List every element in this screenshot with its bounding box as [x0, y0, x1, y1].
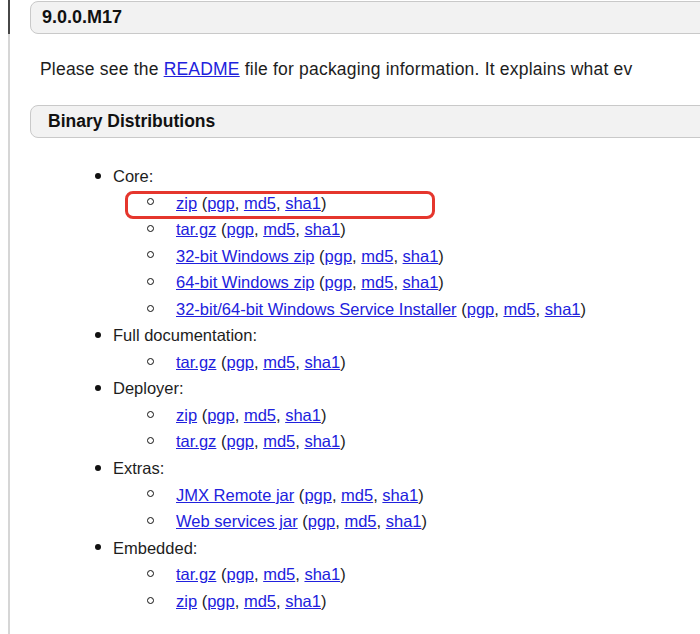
md5-link[interactable]: md5 — [503, 300, 535, 318]
bullet-disc-icon — [95, 465, 101, 471]
sha1-link[interactable]: sha1 — [403, 273, 439, 291]
item-links: JMX Remote jar (pgp, md5, sha1) — [176, 482, 424, 509]
tar-gz-link[interactable]: tar.gz — [176, 565, 216, 583]
item-links: zip (pgp, md5, sha1) — [176, 190, 326, 217]
page: 9.0.0.M17 Please see the README file for… — [0, 0, 700, 634]
md5-link[interactable]: md5 — [361, 273, 393, 291]
pgp-link[interactable]: pgp — [325, 247, 353, 265]
tar-gz-link[interactable]: tar.gz — [176, 220, 216, 238]
item-links: zip (pgp, md5, sha1) — [176, 588, 326, 615]
bullet-circle-icon — [147, 358, 154, 365]
64-bit-windows-zip-link[interactable]: 64-bit Windows zip — [176, 273, 314, 291]
section-row-deployer: Deployer: — [0, 375, 700, 402]
binary-distributions-heading-box: Binary Distributions — [30, 105, 700, 138]
bullet-circle-icon — [147, 517, 154, 524]
section-label: Embedded: — [113, 535, 197, 562]
item-row-core-tar-gz: tar.gz (pgp, md5, sha1) — [0, 216, 700, 243]
section-row-core: Core: — [0, 163, 700, 190]
pgp-link[interactable]: pgp — [467, 300, 495, 318]
md5-link[interactable]: md5 — [263, 353, 295, 371]
pgp-link[interactable]: pgp — [226, 565, 254, 583]
pgp-link[interactable]: pgp — [226, 220, 254, 238]
item-row-core-32-bit-64-bit-windows-service-installer: 32-bit/64-bit Windows Service Installer … — [0, 296, 700, 323]
32-bit-windows-zip-link[interactable]: 32-bit Windows zip — [176, 247, 314, 265]
pgp-link[interactable]: pgp — [226, 432, 254, 450]
item-row-deployer-zip: zip (pgp, md5, sha1) — [0, 402, 700, 429]
pgp-link[interactable]: pgp — [308, 512, 336, 530]
version-heading: 9.0.0.M17 — [42, 7, 122, 28]
sha1-link[interactable]: sha1 — [304, 220, 340, 238]
sha1-link[interactable]: sha1 — [304, 565, 340, 583]
pgp-link[interactable]: pgp — [207, 592, 235, 610]
section-label: Extras: — [113, 455, 164, 482]
item-links: Web services jar (pgp, md5, sha1) — [176, 508, 427, 535]
item-links: 32-bit/64-bit Windows Service Installer … — [176, 296, 586, 323]
section-label: Full documentation: — [113, 322, 257, 349]
tar-gz-link[interactable]: tar.gz — [176, 432, 216, 450]
item-links: tar.gz (pgp, md5, sha1) — [176, 428, 346, 455]
web-services-jar-link[interactable]: Web services jar — [176, 512, 298, 530]
sha1-link[interactable]: sha1 — [382, 486, 418, 504]
sha1-link[interactable]: sha1 — [304, 353, 340, 371]
readme-link[interactable]: README — [164, 59, 240, 79]
sha1-link[interactable]: sha1 — [403, 247, 439, 265]
pgp-link[interactable]: pgp — [207, 406, 235, 424]
item-row-extras-jmx-remote-jar: JMX Remote jar (pgp, md5, sha1) — [0, 482, 700, 509]
32-bit-64-bit-windows-service-installer-link[interactable]: 32-bit/64-bit Windows Service Installer — [176, 300, 457, 318]
item-row-full-documentation-tar-gz: tar.gz (pgp, md5, sha1) — [0, 349, 700, 376]
bullet-circle-icon — [147, 411, 154, 418]
bullet-disc-icon — [95, 544, 101, 550]
item-links: 64-bit Windows zip (pgp, md5, sha1) — [176, 269, 444, 296]
item-row-extras-web-services-jar: Web services jar (pgp, md5, sha1) — [0, 508, 700, 535]
item-links: 32-bit Windows zip (pgp, md5, sha1) — [176, 243, 444, 270]
section-label: Deployer: — [113, 375, 184, 402]
item-row-embedded-zip: zip (pgp, md5, sha1) — [0, 588, 700, 615]
item-row-core-zip: zip (pgp, md5, sha1) — [0, 190, 700, 217]
sha1-link[interactable]: sha1 — [285, 592, 321, 610]
md5-link[interactable]: md5 — [361, 247, 393, 265]
pgp-link[interactable]: pgp — [325, 273, 353, 291]
pgp-link[interactable]: pgp — [207, 194, 235, 212]
intro-paragraph: Please see the README file for packaging… — [40, 57, 700, 82]
md5-link[interactable]: md5 — [263, 565, 295, 583]
intro-text-before: Please see the — [40, 59, 164, 79]
md5-link[interactable]: md5 — [263, 432, 295, 450]
sha1-link[interactable]: sha1 — [386, 512, 422, 530]
md5-link[interactable]: md5 — [344, 512, 376, 530]
zip-link[interactable]: zip — [176, 406, 197, 424]
zip-link[interactable]: zip — [176, 194, 197, 212]
md5-link[interactable]: md5 — [244, 194, 276, 212]
md5-link[interactable]: md5 — [341, 486, 373, 504]
sha1-link[interactable]: sha1 — [304, 432, 340, 450]
bullet-disc-icon — [95, 173, 101, 179]
pgp-link[interactable]: pgp — [226, 353, 254, 371]
section-row-embedded: Embedded: — [0, 535, 700, 562]
item-row-core-64-bit-windows-zip: 64-bit Windows zip (pgp, md5, sha1) — [0, 269, 700, 296]
section-row-extras: Extras: — [0, 455, 700, 482]
bullet-circle-icon — [147, 570, 154, 577]
item-links: tar.gz (pgp, md5, sha1) — [176, 216, 346, 243]
pgp-link[interactable]: pgp — [304, 486, 332, 504]
version-heading-box: 9.0.0.M17 — [30, 1, 700, 34]
tar-gz-link[interactable]: tar.gz — [176, 353, 216, 371]
bullet-circle-icon — [147, 490, 154, 497]
md5-link[interactable]: md5 — [244, 406, 276, 424]
section-row-full-documentation: Full documentation: — [0, 322, 700, 349]
sha1-link[interactable]: sha1 — [545, 300, 581, 318]
bullet-circle-icon — [147, 198, 154, 205]
binary-distributions-heading: Binary Distributions — [48, 111, 215, 132]
item-row-embedded-tar-gz: tar.gz (pgp, md5, sha1) — [0, 561, 700, 588]
section-label: Core: — [113, 163, 153, 190]
sha1-link[interactable]: sha1 — [285, 406, 321, 424]
sha1-link[interactable]: sha1 — [285, 194, 321, 212]
item-links: zip (pgp, md5, sha1) — [176, 402, 326, 429]
bullet-circle-icon — [147, 597, 154, 604]
jmx-remote-jar-link[interactable]: JMX Remote jar — [176, 486, 294, 504]
md5-link[interactable]: md5 — [244, 592, 276, 610]
scrollbar-thumb[interactable] — [8, 0, 10, 34]
md5-link[interactable]: md5 — [263, 220, 295, 238]
bullet-circle-icon — [147, 305, 154, 312]
intro-text-after: file for packaging information. It expla… — [240, 59, 633, 79]
bullet-circle-icon — [147, 251, 154, 258]
zip-link[interactable]: zip — [176, 592, 197, 610]
